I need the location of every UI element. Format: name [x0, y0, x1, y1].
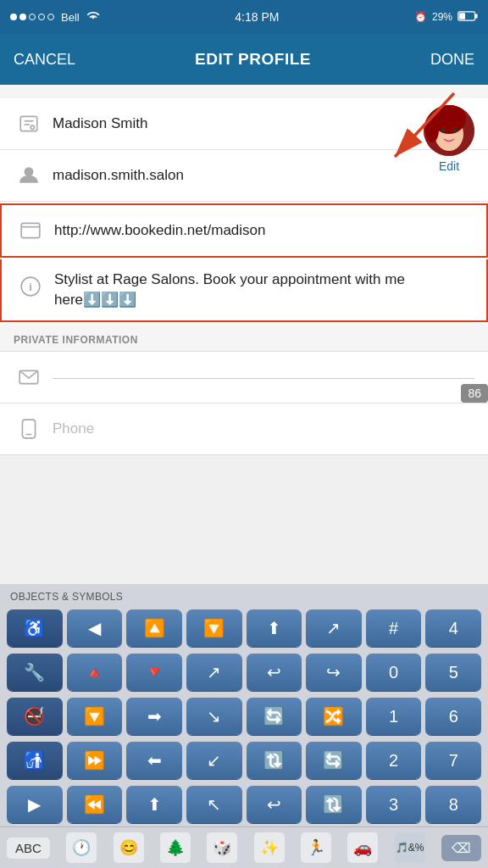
tree-icon[interactable]: 🌲 — [160, 832, 191, 863]
delete-icon: ⌫ — [452, 840, 471, 856]
keyboard-toolbar: ABC 🕐 😊 🌲 🎲 ✨ 🏃 🚗 🎵&% ⌫ — [0, 826, 488, 868]
top-spacer — [0, 85, 488, 98]
emoji-key-se[interactable]: ↘ — [186, 698, 242, 735]
avatar — [424, 105, 474, 156]
emoji-key-left-arrow[interactable]: ◀ — [67, 609, 123, 647]
emoji-key-rew[interactable]: ⏪ — [67, 786, 123, 823]
emoji-key-down2[interactable]: 🔽 — [67, 698, 123, 735]
emoji-key-7[interactable]: 7 — [425, 742, 481, 779]
bio-icon: i — [15, 271, 46, 302]
private-section: PRIVATE INFORMATION — [0, 322, 488, 352]
svg-rect-23 — [22, 420, 35, 438]
emoji-key-8[interactable]: 8 — [425, 786, 481, 823]
abc-button[interactable]: ABC — [7, 837, 50, 859]
emoji-row-3: 🚭 🔽 ➡ ↘ 🔄 🔀 1 6 — [0, 694, 488, 738]
emoji-key-refresh[interactable]: 🔃 — [247, 742, 302, 779]
emoji-key-up2[interactable]: ⬆ — [126, 786, 182, 823]
emoji-key-6[interactable]: 6 — [425, 698, 481, 735]
emoji-key-hash[interactable]: # — [366, 609, 422, 647]
dot4 — [38, 14, 45, 20]
private-section-header: PRIVATE INFORMATION — [0, 322, 488, 352]
delete-button[interactable]: ⌫ — [441, 835, 481, 861]
svg-point-11 — [441, 129, 446, 133]
username-value[interactable]: madison.smith.salon — [53, 167, 474, 184]
emoji-key-2[interactable]: 2 — [366, 742, 422, 779]
svg-point-6 — [30, 125, 34, 129]
food-icon[interactable]: 🎲 — [207, 832, 237, 863]
email-row: 86 — [0, 352, 488, 403]
emoji-key-return[interactable]: ↩ — [247, 654, 302, 691]
battery-label: 29% — [432, 11, 452, 23]
emoji-key-return2[interactable]: ↪ — [306, 654, 362, 691]
emoji-key-ne2[interactable]: ↗ — [186, 654, 242, 691]
emoji-key-ff[interactable]: ⏩ — [67, 742, 123, 779]
email-value[interactable] — [53, 375, 474, 379]
svg-rect-14 — [21, 223, 40, 237]
emoji-key-trash[interactable]: 🚮 — [7, 742, 63, 779]
bio-value[interactable]: Stylist at Rage Salons. Book your appoin… — [54, 270, 473, 310]
svg-point-10 — [425, 119, 439, 142]
smiley-icon[interactable]: 😊 — [114, 832, 144, 863]
status-right: ⏰ 29% — [414, 11, 478, 24]
emoji-key-5[interactable]: 5 — [425, 654, 481, 691]
sparkle-icon[interactable]: ✨ — [254, 832, 285, 863]
emoji-key-ne-arrow[interactable]: ↗ — [306, 609, 362, 647]
emoji-key-4[interactable]: 4 — [425, 609, 481, 647]
signal-dots — [10, 14, 54, 20]
symbols-icon[interactable]: 🎵&% — [395, 832, 425, 863]
done-button[interactable]: DONE — [430, 51, 474, 69]
emoji-key-cycle[interactable]: 🔄 — [247, 698, 302, 735]
emoji-key-sw[interactable]: ↙ — [186, 742, 242, 779]
emoji-row-2: 🔧 🔺 🔻 ↗ ↩ ↪ 0 5 — [0, 650, 488, 694]
phone-row: Phone — [0, 403, 488, 455]
emoji-key-3[interactable]: 3 — [366, 786, 422, 823]
emoji-key-left2[interactable]: ⬅ — [126, 742, 182, 779]
status-bar: Bell 4:18 PM ⏰ 29% — [0, 0, 488, 34]
name-row: Madison Smith — [0, 98, 488, 150]
emoji-key-1[interactable]: 1 — [366, 698, 422, 735]
emoji-key-up-arrow[interactable]: 🔼 — [126, 609, 182, 647]
nav-bar: CANCEL EDIT PROFILE DONE — [0, 34, 488, 85]
battery-icon — [458, 11, 478, 24]
svg-point-13 — [25, 167, 34, 176]
username-icon — [14, 160, 44, 191]
emoji-key-shuffle[interactable]: 🔀 — [306, 698, 362, 735]
svg-rect-2 — [475, 14, 478, 18]
svg-rect-3 — [20, 116, 37, 131]
dot5 — [47, 14, 54, 20]
profile-form: Madison Smith — [0, 98, 488, 322]
svg-point-12 — [453, 129, 458, 133]
emoji-key-nw[interactable]: ↖ — [186, 786, 242, 823]
page-title: EDIT PROFILE — [195, 50, 311, 69]
emoji-key-down-arrow[interactable]: 🔽 — [186, 609, 242, 647]
emoji-key-cycle2[interactable]: 🔄 — [306, 742, 362, 779]
car-icon[interactable]: 🚗 — [347, 832, 378, 863]
phone-label[interactable]: Phone — [53, 420, 474, 437]
emoji-key-play[interactable]: ▶ — [7, 786, 63, 823]
emoji-key-down-red[interactable]: 🔻 — [126, 654, 182, 691]
email-icon — [14, 362, 44, 392]
svg-rect-1 — [459, 13, 465, 19]
emoji-key-wrench[interactable]: 🔧 — [7, 654, 63, 691]
emoji-key-up-red[interactable]: 🔺 — [67, 654, 123, 691]
svg-text:i: i — [29, 281, 32, 293]
emoji-key-loop[interactable]: 🔃 — [306, 786, 362, 823]
cancel-button[interactable]: CANCEL — [14, 51, 75, 69]
website-value[interactable]: http://www.bookedin.net/madison — [54, 222, 473, 239]
emoji-key-undo[interactable]: ↩ — [247, 786, 302, 823]
private-form: 86 Phone — [0, 352, 488, 455]
emoji-key-up-big[interactable]: ⬆ — [247, 609, 302, 647]
clock-icon[interactable]: 🕐 — [66, 832, 97, 863]
dot2 — [19, 14, 26, 20]
runner-icon[interactable]: 🏃 — [301, 832, 331, 863]
emoji-key-wheelchair[interactable]: ♿ — [7, 609, 63, 647]
emoji-key-right[interactable]: ➡ — [126, 698, 182, 735]
name-value[interactable]: Madison Smith — [53, 115, 412, 132]
alarm-icon: ⏰ — [414, 11, 427, 23]
carrier-label: Bell — [61, 11, 80, 24]
emoji-key-no-smoking[interactable]: 🚭 — [7, 698, 63, 735]
phone-icon — [14, 414, 44, 444]
emoji-key-0[interactable]: 0 — [366, 654, 422, 691]
char-count-badge: 86 — [461, 384, 488, 403]
bio-row: i Stylist at Rage Salons. Book your appo… — [0, 259, 488, 322]
